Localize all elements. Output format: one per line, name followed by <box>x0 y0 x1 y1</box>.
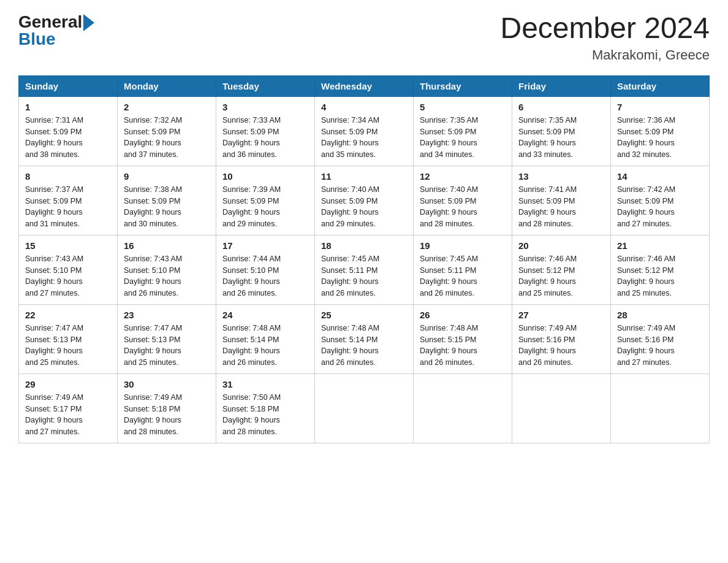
day-info: Sunrise: 7:40 AM Sunset: 5:09 PM Dayligh… <box>420 184 506 230</box>
calendar-header-monday: Monday <box>118 75 216 96</box>
calendar-cell: 28 Sunrise: 7:49 AM Sunset: 5:16 PM Dayl… <box>611 304 710 373</box>
calendar-cell: 12 Sunrise: 7:40 AM Sunset: 5:09 PM Dayl… <box>414 166 512 235</box>
day-number: 31 <box>222 379 308 389</box>
day-info: Sunrise: 7:44 AM Sunset: 5:10 PM Dayligh… <box>222 253 308 299</box>
day-info: Sunrise: 7:48 AM Sunset: 5:15 PM Dayligh… <box>420 323 506 369</box>
day-number: 21 <box>617 240 703 251</box>
logo-blue-text: Blue <box>18 29 56 49</box>
day-number: 15 <box>25 240 111 251</box>
day-info: Sunrise: 7:45 AM Sunset: 5:11 PM Dayligh… <box>420 253 506 299</box>
calendar-cell <box>611 373 710 443</box>
calendar-cell: 21 Sunrise: 7:46 AM Sunset: 5:12 PM Dayl… <box>611 235 710 304</box>
day-info: Sunrise: 7:47 AM Sunset: 5:13 PM Dayligh… <box>124 323 210 369</box>
calendar-cell: 15 Sunrise: 7:43 AM Sunset: 5:10 PM Dayl… <box>19 235 118 304</box>
day-number: 20 <box>518 240 604 251</box>
day-number: 8 <box>25 171 111 182</box>
calendar-week-row: 1 Sunrise: 7:31 AM Sunset: 5:09 PM Dayli… <box>19 96 710 166</box>
calendar-header-row: SundayMondayTuesdayWednesdayThursdayFrid… <box>19 75 710 96</box>
calendar-cell: 17 Sunrise: 7:44 AM Sunset: 5:10 PM Dayl… <box>216 235 315 304</box>
calendar-cell: 9 Sunrise: 7:38 AM Sunset: 5:09 PM Dayli… <box>118 166 216 235</box>
calendar-cell: 30 Sunrise: 7:49 AM Sunset: 5:18 PM Dayl… <box>118 373 216 443</box>
calendar-cell: 25 Sunrise: 7:48 AM Sunset: 5:14 PM Dayl… <box>315 304 414 373</box>
day-number: 2 <box>124 102 210 112</box>
calendar-week-row: 8 Sunrise: 7:37 AM Sunset: 5:09 PM Dayli… <box>19 166 710 235</box>
day-number: 23 <box>124 310 210 320</box>
calendar-cell: 20 Sunrise: 7:46 AM Sunset: 5:12 PM Dayl… <box>512 235 611 304</box>
calendar-cell: 8 Sunrise: 7:37 AM Sunset: 5:09 PM Dayli… <box>19 166 118 235</box>
calendar-cell: 27 Sunrise: 7:49 AM Sunset: 5:16 PM Dayl… <box>512 304 611 373</box>
day-number: 7 <box>617 102 703 112</box>
day-info: Sunrise: 7:31 AM Sunset: 5:09 PM Dayligh… <box>25 115 111 161</box>
calendar-cell: 23 Sunrise: 7:47 AM Sunset: 5:13 PM Dayl… <box>118 304 216 373</box>
day-number: 26 <box>420 310 506 320</box>
calendar-header-tuesday: Tuesday <box>216 75 315 96</box>
day-number: 22 <box>25 310 111 320</box>
day-info: Sunrise: 7:47 AM Sunset: 5:13 PM Dayligh… <box>25 323 111 369</box>
day-info: Sunrise: 7:34 AM Sunset: 5:09 PM Dayligh… <box>321 115 407 161</box>
day-number: 28 <box>617 310 703 320</box>
day-info: Sunrise: 7:32 AM Sunset: 5:09 PM Dayligh… <box>124 115 210 161</box>
calendar-cell: 13 Sunrise: 7:41 AM Sunset: 5:09 PM Dayl… <box>512 166 611 235</box>
day-number: 29 <box>25 379 111 389</box>
page-header: General Blue December 2024 Makrakomi, Gr… <box>18 12 710 63</box>
day-info: Sunrise: 7:48 AM Sunset: 5:14 PM Dayligh… <box>321 323 407 369</box>
day-info: Sunrise: 7:40 AM Sunset: 5:09 PM Dayligh… <box>321 184 407 230</box>
day-number: 27 <box>518 310 604 320</box>
calendar-header-wednesday: Wednesday <box>315 75 414 96</box>
day-info: Sunrise: 7:35 AM Sunset: 5:09 PM Dayligh… <box>420 115 506 161</box>
day-info: Sunrise: 7:50 AM Sunset: 5:18 PM Dayligh… <box>222 392 308 438</box>
day-number: 5 <box>420 102 506 112</box>
calendar-table: SundayMondayTuesdayWednesdayThursdayFrid… <box>18 75 710 443</box>
day-number: 3 <box>222 102 308 112</box>
day-number: 12 <box>420 171 506 182</box>
calendar-cell: 22 Sunrise: 7:47 AM Sunset: 5:13 PM Dayl… <box>19 304 118 373</box>
day-info: Sunrise: 7:38 AM Sunset: 5:09 PM Dayligh… <box>124 184 210 230</box>
calendar-cell: 14 Sunrise: 7:42 AM Sunset: 5:09 PM Dayl… <box>611 166 710 235</box>
calendar-cell <box>512 373 611 443</box>
day-info: Sunrise: 7:46 AM Sunset: 5:12 PM Dayligh… <box>617 253 703 299</box>
day-info: Sunrise: 7:42 AM Sunset: 5:09 PM Dayligh… <box>617 184 703 230</box>
page-title: December 2024 <box>500 12 710 45</box>
logo-arrow-icon <box>83 14 94 31</box>
calendar-cell: 2 Sunrise: 7:32 AM Sunset: 5:09 PM Dayli… <box>118 96 216 166</box>
day-info: Sunrise: 7:49 AM Sunset: 5:18 PM Dayligh… <box>124 392 210 438</box>
title-block: December 2024 Makrakomi, Greece <box>500 12 710 63</box>
calendar-header-saturday: Saturday <box>611 75 710 96</box>
day-number: 17 <box>222 240 308 251</box>
calendar-cell <box>414 373 512 443</box>
day-info: Sunrise: 7:46 AM Sunset: 5:12 PM Dayligh… <box>518 253 604 299</box>
day-info: Sunrise: 7:49 AM Sunset: 5:16 PM Dayligh… <box>518 323 604 369</box>
day-number: 4 <box>321 102 407 112</box>
calendar-header-friday: Friday <box>512 75 611 96</box>
day-number: 11 <box>321 171 407 182</box>
calendar-cell: 6 Sunrise: 7:35 AM Sunset: 5:09 PM Dayli… <box>512 96 611 166</box>
day-number: 19 <box>420 240 506 251</box>
calendar-cell: 7 Sunrise: 7:36 AM Sunset: 5:09 PM Dayli… <box>611 96 710 166</box>
calendar-cell: 18 Sunrise: 7:45 AM Sunset: 5:11 PM Dayl… <box>315 235 414 304</box>
day-info: Sunrise: 7:48 AM Sunset: 5:14 PM Dayligh… <box>222 323 308 369</box>
day-number: 1 <box>25 102 111 112</box>
day-info: Sunrise: 7:49 AM Sunset: 5:16 PM Dayligh… <box>617 323 703 369</box>
day-number: 24 <box>222 310 308 320</box>
calendar-cell: 3 Sunrise: 7:33 AM Sunset: 5:09 PM Dayli… <box>216 96 315 166</box>
calendar-cell <box>315 373 414 443</box>
day-number: 10 <box>222 171 308 182</box>
day-info: Sunrise: 7:36 AM Sunset: 5:09 PM Dayligh… <box>617 115 703 161</box>
calendar-cell: 4 Sunrise: 7:34 AM Sunset: 5:09 PM Dayli… <box>315 96 414 166</box>
calendar-header-sunday: Sunday <box>19 75 118 96</box>
calendar-cell: 5 Sunrise: 7:35 AM Sunset: 5:09 PM Dayli… <box>414 96 512 166</box>
day-number: 25 <box>321 310 407 320</box>
calendar-cell: 19 Sunrise: 7:45 AM Sunset: 5:11 PM Dayl… <box>414 235 512 304</box>
day-number: 9 <box>124 171 210 182</box>
day-number: 30 <box>124 379 210 389</box>
day-info: Sunrise: 7:49 AM Sunset: 5:17 PM Dayligh… <box>25 392 111 438</box>
day-info: Sunrise: 7:33 AM Sunset: 5:09 PM Dayligh… <box>222 115 308 161</box>
logo: General Blue <box>18 12 94 49</box>
calendar-cell: 1 Sunrise: 7:31 AM Sunset: 5:09 PM Dayli… <box>19 96 118 166</box>
day-number: 13 <box>518 171 604 182</box>
day-number: 18 <box>321 240 407 251</box>
day-info: Sunrise: 7:37 AM Sunset: 5:09 PM Dayligh… <box>25 184 111 230</box>
day-number: 6 <box>518 102 604 112</box>
day-info: Sunrise: 7:45 AM Sunset: 5:11 PM Dayligh… <box>321 253 407 299</box>
calendar-header-thursday: Thursday <box>414 75 512 96</box>
